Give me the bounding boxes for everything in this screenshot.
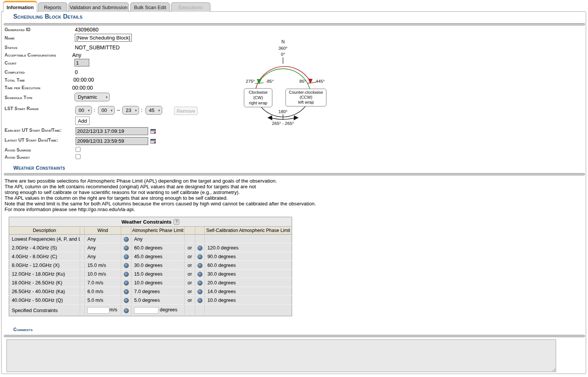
time-per-execution-value: 00:00:00 — [72, 85, 93, 91]
weather-intro-text: There are two possible selections for At… — [5, 178, 316, 213]
remove-lst-range-button[interactable]: Remove — [174, 107, 198, 115]
table-row: 12.0GHz - 18.0GHz (Ku) 10.0 m/s 15.0 deg… — [9, 270, 292, 278]
help-icon[interactable]: ? — [174, 219, 179, 225]
name-input[interactable] — [75, 34, 132, 42]
sc-apl-radio[interactable] — [198, 298, 202, 303]
row-wind: 5.0 m/s — [85, 296, 121, 304]
deg-360-label: 360° — [278, 46, 288, 50]
tab-information[interactable]: Information — [3, 1, 37, 12]
earliest-ut-input[interactable] — [76, 127, 148, 135]
cw-arc — [256, 66, 310, 89]
row-apl: 15.0 degrees — [131, 270, 185, 278]
apl-radio[interactable] — [124, 272, 129, 277]
row-sc-apl: 90.0 degrees — [205, 252, 292, 261]
apl-radio[interactable] — [124, 308, 129, 313]
sc-apl-radio[interactable] — [198, 281, 202, 286]
row-wind: 7.0 m/s — [85, 278, 121, 287]
apl-radio[interactable] — [124, 263, 129, 268]
apl-radio[interactable] — [124, 237, 129, 242]
table-row: 2.0GHz - 4.0GHz (S) Any 60.0 degrees or … — [9, 243, 292, 252]
row-wind: Any — [85, 235, 121, 243]
row-description: 12.0GHz - 18.0GHz (Ku) — [9, 270, 80, 278]
intro-line: Note that the wind limit is the same for… — [5, 201, 316, 207]
intro-line: For more information please see http://g… — [5, 207, 316, 212]
sc-apl-radio[interactable] — [198, 289, 202, 294]
row-sc-apl: 20.0 degrees — [205, 278, 292, 287]
completed-value: 0 — [75, 69, 78, 75]
apl-radio[interactable] — [124, 298, 129, 303]
or-label: or — [185, 261, 195, 270]
deg-0-label: 0° — [281, 52, 285, 57]
sc-apl-radio[interactable] — [198, 246, 202, 251]
lst-end-min-wrap: 45 — [145, 106, 162, 115]
apl-radio[interactable] — [124, 281, 129, 286]
schedule-type-select[interactable]: Dynamic — [74, 93, 110, 101]
comments-heading: Comments — [13, 327, 33, 332]
count-input[interactable] — [74, 59, 89, 66]
tab-bulk-scan-edit[interactable]: Bulk Scan Edit — [130, 2, 170, 12]
lst-end-hour-select[interactable]: 23 — [122, 106, 139, 115]
cw-box-line3: right wrap — [249, 101, 267, 105]
avoid-sunset-checkbox[interactable] — [76, 154, 81, 159]
ccw-tick — [255, 83, 264, 84]
lst-end-min-select[interactable]: 45 — [145, 106, 162, 115]
row-sc-apl: 30.0 degrees — [205, 270, 292, 278]
specified-apl-input[interactable] — [134, 307, 158, 314]
comments-textarea[interactable] — [6, 339, 556, 372]
earliest-ut-calendar-icon[interactable] — [150, 128, 156, 134]
row-sc-apl: 120.0 degrees — [205, 243, 292, 252]
sc-apl-radio[interactable] — [198, 272, 202, 277]
col-sc-apl: Self-Calibration Atmospheric Phase Limit — [205, 227, 292, 235]
deg-180-label: 180° — [278, 109, 288, 114]
intro-line: strong enough to self calibrate or have … — [5, 189, 316, 195]
row-sc-apl: 14.0 degrees — [205, 287, 292, 296]
row-apl: 10.0 degrees — [131, 278, 185, 287]
tab-executions: Executions — [171, 2, 210, 12]
row-description: 40.0GHz - 50.0GHz (Q) — [9, 296, 80, 304]
sc-apl-radio[interactable] — [198, 263, 202, 268]
apl-radio[interactable] — [124, 254, 129, 259]
row-description: 8.0GHz - 12.0GHz (X) — [9, 261, 80, 270]
add-lst-range-button[interactable]: Add — [75, 117, 90, 125]
count-label: Count — [5, 60, 16, 66]
apl-radio[interactable] — [124, 289, 129, 294]
avoid-sunset-label: Avoid Sunset — [5, 155, 30, 160]
col-description: Description — [9, 227, 80, 235]
latest-ut-input[interactable] — [76, 137, 148, 145]
earliest-ut-label: Earliest UT Start Date/Time: — [5, 128, 62, 133]
row-apl: 7.0 degrees — [131, 287, 185, 296]
divider — [4, 23, 585, 25]
ccw-box-line1: Counter-clockwise — [289, 90, 323, 95]
schedule-type-label: Schedule Type — [5, 95, 32, 100]
row-apl: 60.0 degrees — [131, 243, 185, 252]
ccw-box-line2: (CCW) — [300, 95, 313, 99]
status-value: NOT_SUBMITTED — [75, 44, 120, 50]
lst-start-hour-select[interactable]: 00 — [75, 106, 92, 115]
total-time-label: Total Time — [5, 77, 25, 83]
avoid-sunrise-checkbox[interactable] — [76, 147, 81, 152]
table-row: 26.5GHz - 40.0GHz (Ka) 6.0 m/s 7.0 degre… — [9, 287, 292, 296]
tab-validation-and-submission[interactable]: Validation and Submission — [68, 2, 129, 12]
status-label: Status — [5, 45, 17, 50]
specified-wind-input[interactable] — [87, 307, 109, 314]
deg-85-label: 85° — [299, 79, 306, 84]
lst-start-min-select[interactable]: 00 — [98, 106, 115, 115]
deg-minus85-label: -85° — [266, 79, 273, 84]
latest-ut-label: Latest UT Start Date/Time: — [5, 137, 58, 143]
row-wind: Any — [85, 243, 121, 252]
col-apl: Atmospheric Phase Limit — [131, 227, 185, 235]
tab-reports[interactable]: Reports — [38, 2, 67, 12]
lst-colon-2: : — [141, 107, 142, 113]
generated-id-value: 43096080 — [75, 27, 98, 33]
row-description: 26.5GHz - 40.0GHz (Ka) — [9, 287, 80, 296]
lst-start-hour-wrap: 00 — [75, 106, 92, 115]
row-sc-apl: 60.0 degrees — [205, 261, 292, 270]
wind-unit-label: m/s — [109, 307, 117, 312]
schedule-type-select-wrap: Dynamic — [74, 93, 110, 101]
apl-radio[interactable] — [124, 246, 129, 251]
apl-unit-label: degrees — [160, 307, 177, 312]
lst-start-range-label: LST Start Range — [5, 106, 39, 111]
latest-ut-calendar-icon[interactable] — [150, 138, 156, 144]
divider — [4, 173, 585, 175]
sc-apl-radio[interactable] — [198, 254, 202, 259]
